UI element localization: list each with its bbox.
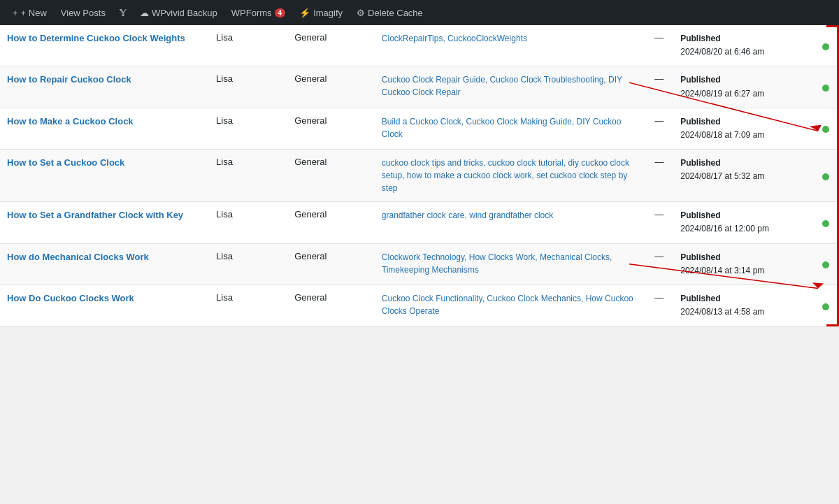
post-tags: Cuckoo Clock Functionality, Cuckoo Clock… bbox=[375, 285, 645, 326]
post-author: Lisa bbox=[209, 243, 287, 285]
plus-icon: + bbox=[13, 8, 18, 18]
wpforms-badge: 4 bbox=[275, 8, 286, 17]
post-tags: ClockRepairTips, CuckooClockWeights bbox=[375, 25, 645, 66]
post-category: General bbox=[287, 108, 375, 149]
post-category: General bbox=[287, 202, 375, 243]
wpvivid-button[interactable]: ☁ WPvivid Backup bbox=[134, 0, 223, 25]
post-tags: Clockwork Technology, How Clocks Work, M… bbox=[375, 243, 645, 285]
post-comments: — bbox=[645, 66, 673, 108]
post-category: General bbox=[287, 150, 375, 202]
table-row: How to Make a Cuckoo ClockLisaGeneralBui… bbox=[0, 108, 839, 149]
post-status-dot bbox=[813, 202, 839, 243]
green-dot-icon bbox=[822, 303, 829, 310]
post-author: Lisa bbox=[209, 150, 287, 202]
wpforms-label: WPForms bbox=[231, 8, 272, 18]
post-status-dot bbox=[813, 108, 839, 149]
post-author: Lisa bbox=[209, 285, 287, 326]
imagify-icon: ⚡ bbox=[299, 8, 310, 18]
post-status-dot bbox=[813, 150, 839, 202]
green-dot-icon bbox=[822, 43, 829, 50]
wpvivid-label: WPvivid Backup bbox=[152, 8, 217, 18]
cache-icon: ⚙ bbox=[357, 8, 365, 18]
table-row: How to Set a Cuckoo ClockLisaGeneralcuck… bbox=[0, 150, 839, 202]
green-dot-icon bbox=[822, 126, 829, 133]
post-tags: Cuckoo Clock Repair Guide, Cuckoo Clock … bbox=[375, 66, 645, 108]
post-author: Lisa bbox=[209, 25, 287, 66]
post-status-date: Published2024/08/19 at 6:27 am bbox=[673, 66, 812, 108]
post-category: General bbox=[287, 285, 375, 326]
post-tags: grandfather clock care, wind grandfather… bbox=[375, 202, 645, 243]
post-comments: — bbox=[645, 25, 673, 66]
post-category: General bbox=[287, 66, 375, 108]
post-status-dot bbox=[813, 25, 839, 66]
post-tags: cuckoo clock tips and tricks, cuckoo clo… bbox=[375, 150, 645, 202]
post-status-date: Published2024/08/13 at 4:58 am bbox=[673, 285, 812, 326]
post-comments: — bbox=[645, 285, 673, 326]
green-dot-icon bbox=[822, 85, 829, 92]
table-row: How do Mechanical Clocks WorkLisaGeneral… bbox=[0, 243, 839, 285]
green-dot-icon bbox=[822, 261, 829, 268]
delete-cache-label: Delete Cache bbox=[368, 8, 423, 18]
post-title-link[interactable]: How do Mechanical Clocks Work bbox=[7, 252, 149, 262]
post-author: Lisa bbox=[209, 66, 287, 108]
table-row: How Do Cuckoo Clocks WorkLisaGeneralCuck… bbox=[0, 285, 839, 326]
posts-table-container: How to Determine Cuckoo Clock WeightsLis… bbox=[0, 25, 839, 326]
post-title-link[interactable]: How to Repair Cuckoo Clock bbox=[7, 74, 131, 85]
wpforms-button[interactable]: WPForms 4 bbox=[226, 0, 291, 25]
post-status-date: Published2024/08/20 at 6:46 am bbox=[673, 25, 812, 66]
new-label: + New bbox=[21, 8, 47, 18]
view-posts-button[interactable]: View Posts bbox=[55, 0, 111, 25]
table-row: How to Set a Grandfather Clock with KeyL… bbox=[0, 202, 839, 243]
delete-cache-button[interactable]: ⚙ Delete Cache bbox=[351, 0, 429, 25]
post-author: Lisa bbox=[209, 202, 287, 243]
post-comments: — bbox=[645, 202, 673, 243]
table-row: How to Determine Cuckoo Clock WeightsLis… bbox=[0, 25, 839, 66]
cloud-icon: ☁ bbox=[140, 8, 149, 18]
post-tags: Build a Cuckoo Clock, Cuckoo Clock Makin… bbox=[375, 108, 645, 149]
imagify-label: Imagify bbox=[313, 8, 343, 18]
post-comments: — bbox=[645, 108, 673, 149]
yoast-button[interactable]: 𝕐 bbox=[114, 0, 131, 25]
green-dot-icon bbox=[822, 173, 829, 180]
post-status-date: Published2024/08/14 at 3:14 pm bbox=[673, 243, 812, 285]
post-status-dot bbox=[813, 243, 839, 285]
post-status-date: Published2024/08/17 at 5:32 am bbox=[673, 150, 812, 202]
posts-table: How to Determine Cuckoo Clock WeightsLis… bbox=[0, 25, 839, 326]
post-author: Lisa bbox=[209, 108, 287, 149]
post-status-date: Published2024/08/16 at 12:00 pm bbox=[673, 202, 812, 243]
view-posts-label: View Posts bbox=[61, 8, 106, 18]
imagify-button[interactable]: ⚡ Imagify bbox=[294, 0, 348, 25]
admin-bar: + + New View Posts 𝕐 ☁ WPvivid Backup WP… bbox=[0, 0, 839, 25]
post-comments: — bbox=[645, 243, 673, 285]
post-title-link[interactable]: How to Make a Cuckoo Clock bbox=[7, 116, 134, 127]
post-title-link[interactable]: How to Set a Grandfather Clock with Key bbox=[7, 210, 183, 220]
post-title-link[interactable]: How to Determine Cuckoo Clock Weights bbox=[7, 33, 185, 43]
post-category: General bbox=[287, 243, 375, 285]
post-title-link[interactable]: How to Set a Cuckoo Clock bbox=[7, 157, 124, 168]
post-comments: — bbox=[645, 150, 673, 202]
table-row: How to Repair Cuckoo ClockLisaGeneralCuc… bbox=[0, 66, 839, 108]
new-button[interactable]: + + New bbox=[7, 0, 52, 25]
green-dot-icon bbox=[822, 220, 829, 227]
post-status-date: Published2024/08/18 at 7:09 am bbox=[673, 108, 812, 149]
post-title-link[interactable]: How Do Cuckoo Clocks Work bbox=[7, 293, 134, 303]
yoast-icon: 𝕐 bbox=[120, 8, 126, 18]
post-status-dot bbox=[813, 285, 839, 326]
post-category: General bbox=[287, 25, 375, 66]
post-status-dot bbox=[813, 66, 839, 108]
